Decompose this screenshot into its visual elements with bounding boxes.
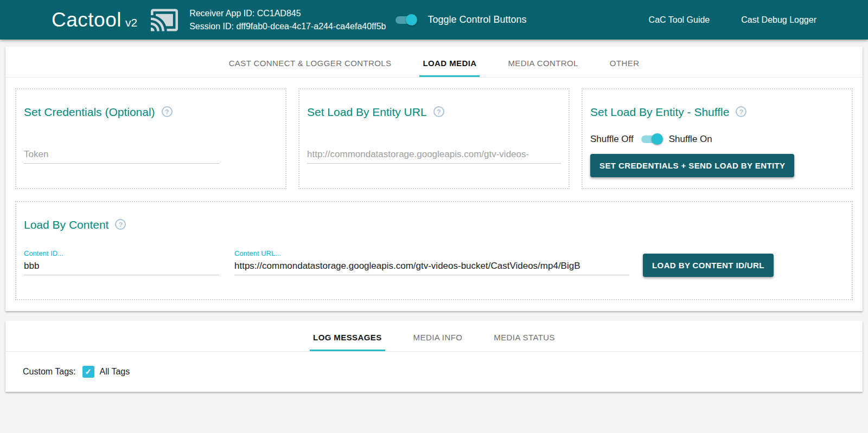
content-url-label: Content URL... (234, 249, 629, 257)
content-id-input[interactable] (24, 258, 219, 275)
tab-load-media[interactable]: LOAD MEDIA (419, 47, 480, 77)
set-credentials-title: Set Credentials (Optional) (24, 106, 155, 119)
panel-title-row: Set Load By Entity URL ? (307, 106, 561, 119)
panel-title-row: Load By Content ? (24, 218, 844, 231)
content-url-input[interactable] (234, 258, 629, 275)
tab-media-info[interactable]: MEDIA INFO (410, 321, 466, 351)
app-header: Cactool v2 Receiver App ID: CC1AD845 Ses… (0, 0, 868, 40)
switch-thumb (406, 14, 417, 25)
cast-debug-logger-link[interactable]: Cast Debug Logger (741, 15, 816, 25)
shuffle-toggle-row: Shuffle Off Shuffle On (590, 134, 844, 145)
load-by-content-panel: Load By Content ? Content ID... Content … (15, 201, 853, 300)
content-id-label: Content ID... (24, 249, 219, 257)
help-icon[interactable]: ? (162, 106, 173, 117)
tab-cast-connect-logger-controls[interactable]: CAST CONNECT & LOGGER CONTROLS (226, 47, 395, 77)
tab-media-status[interactable]: MEDIA STATUS (490, 321, 558, 351)
app-brand: Cactool v2 (52, 9, 137, 31)
toggle-control-buttons-switch[interactable] (395, 16, 416, 24)
set-credentials-panel: Set Credentials (Optional) ? (15, 88, 286, 189)
custom-tags-label: Custom Tags: (23, 367, 76, 377)
help-icon[interactable]: ? (115, 219, 126, 230)
main-card: CAST CONNECT & LOGGER CONTROLS LOAD MEDI… (5, 47, 863, 311)
session-id-text: Session ID: dff9fab0-dcea-4c17-a244-ca4e… (189, 20, 386, 33)
tab-media-control[interactable]: MEDIA CONTROL (505, 47, 581, 77)
app-version: v2 (125, 16, 137, 29)
shuffle-on-label: Shuffle On (669, 134, 712, 145)
load-by-content-id-url-button[interactable]: LOAD BY CONTENT ID/URL (643, 254, 774, 277)
help-icon[interactable]: ? (736, 106, 746, 117)
token-input[interactable] (24, 147, 219, 164)
cac-tool-guide-link[interactable]: CaC Tool Guide (649, 15, 710, 25)
all-tags-checkbox[interactable]: ✓ (82, 366, 94, 378)
header-links: CaC Tool Guide Cast Debug Logger (649, 15, 816, 25)
log-tabbar: LOG MESSAGES MEDIA INFO MEDIA STATUS (5, 321, 863, 352)
help-icon[interactable]: ? (433, 106, 444, 117)
session-info: Receiver App ID: CC1AD845 Session ID: df… (189, 7, 386, 33)
set-credentials-send-load-by-entity-button[interactable]: SET CREDENTIALS + SEND LOAD BY ENTITY (590, 154, 794, 177)
panel-title-row: Set Credentials (Optional) ? (24, 106, 278, 119)
load-media-panels: Set Credentials (Optional) ? Set Load By… (5, 77, 863, 311)
log-messages-content: Custom Tags: ✓ All Tags (5, 352, 863, 392)
load-by-content-title: Load By Content (24, 218, 108, 231)
content-id-field-group: Content ID... (24, 249, 219, 275)
set-load-by-entity-url-title: Set Load By Entity URL (307, 106, 427, 119)
switch-thumb (652, 133, 663, 145)
set-load-by-entity-url-panel: Set Load By Entity URL ? (298, 88, 570, 189)
panel-title-row: Set Load By Entity - Shuffle ? (590, 106, 844, 119)
cast-connected-icon[interactable] (149, 7, 180, 34)
shuffle-switch[interactable] (641, 135, 661, 143)
entity-url-input[interactable] (307, 147, 561, 164)
all-tags-label: All Tags (100, 367, 130, 377)
tab-log-messages[interactable]: LOG MESSAGES (310, 321, 385, 351)
panel-row-top: Set Credentials (Optional) ? Set Load By… (15, 88, 853, 189)
content-url-field-group: Content URL... (234, 249, 629, 275)
shuffle-off-label: Shuffle Off (590, 134, 634, 145)
log-card: LOG MESSAGES MEDIA INFO MEDIA STATUS Cus… (5, 321, 863, 392)
receiver-app-id-text: Receiver App ID: CC1AD845 (189, 7, 386, 20)
set-load-by-entity-shuffle-panel: Set Load By Entity - Shuffle ? Shuffle O… (582, 88, 853, 189)
tab-other[interactable]: OTHER (607, 47, 643, 77)
app-title: Cactool (52, 9, 122, 31)
main-tabbar: CAST CONNECT & LOGGER CONTROLS LOAD MEDI… (5, 47, 863, 77)
set-load-by-entity-shuffle-title: Set Load By Entity - Shuffle (590, 106, 729, 119)
load-by-content-fields: Content ID... Content URL... LOAD BY CON… (24, 249, 844, 277)
toggle-control-buttons-label: Toggle Control Buttons (427, 14, 526, 25)
